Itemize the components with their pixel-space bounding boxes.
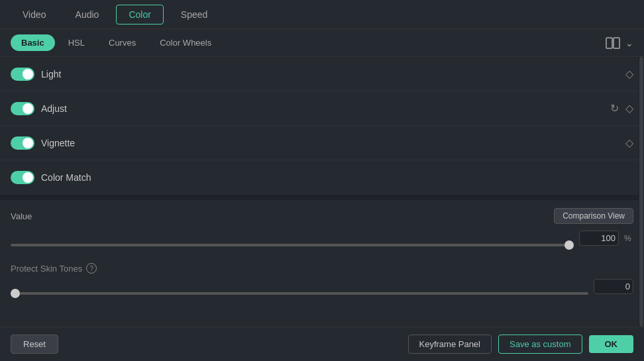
save-custom-button[interactable]: Save as custom xyxy=(498,335,582,354)
adjust-label: Adjust xyxy=(41,103,67,114)
value-slider-input[interactable] xyxy=(11,244,574,246)
adjust-diamond-icon[interactable]: ◇ xyxy=(625,102,633,115)
vignette-row-right: ◇ xyxy=(625,136,633,149)
value-slider-row: % xyxy=(11,231,633,246)
bottom-bar: Reset Keyframe Panel Save as custom OK xyxy=(0,327,644,361)
section-divider xyxy=(0,195,644,200)
vignette-label: Vignette xyxy=(41,138,75,148)
protect-label-row: Protect Skin Tones ? xyxy=(11,263,633,274)
subtab-basic[interactable]: Basic xyxy=(11,34,55,51)
protect-skin-tones-section: Protect Skin Tones ? xyxy=(0,260,644,311)
adjust-toggle[interactable] xyxy=(11,102,34,115)
protect-slider-row xyxy=(11,279,633,294)
color-match-toggle-wrap[interactable]: Color Match xyxy=(11,171,91,184)
adjust-row-right: ↻ ◇ xyxy=(610,102,633,115)
light-toggle[interactable] xyxy=(11,68,34,81)
color-match-label: Color Match xyxy=(41,172,91,183)
svg-rect-1 xyxy=(614,38,619,48)
comparison-view-button[interactable]: Comparison View xyxy=(554,208,633,224)
adjust-reset-icon[interactable]: ↻ xyxy=(610,102,619,115)
tab-color[interactable]: Color xyxy=(116,5,163,25)
sub-tab-list: Basic HSL Curves Color Wheels xyxy=(11,34,606,51)
compare-panels-icon xyxy=(606,37,620,49)
protect-slider-input[interactable] xyxy=(11,292,588,295)
value-slider-track-wrap xyxy=(11,237,574,240)
value-slider-header: Value Comparison View xyxy=(11,208,633,224)
subtab-curves[interactable]: Curves xyxy=(98,34,146,51)
light-diamond-icon[interactable]: ◇ xyxy=(625,68,633,80)
reset-button[interactable]: Reset xyxy=(11,335,58,354)
adjust-section-row: Adjust ↻ ◇ xyxy=(0,91,644,126)
value-input-field[interactable] xyxy=(579,231,619,246)
value-percent-label: % xyxy=(624,234,633,243)
expand-chevron-button[interactable]: ⌄ xyxy=(625,38,633,48)
main-content: Light ◇ Adjust ↻ ◇ Vignette ◇ Color Matc… xyxy=(0,57,644,327)
vignette-section-row: Vignette ◇ xyxy=(0,126,644,160)
vignette-toggle[interactable] xyxy=(11,136,34,150)
protect-input-field[interactable] xyxy=(594,279,633,294)
tab-video[interactable]: Video xyxy=(11,5,58,24)
protect-slider-track-wrap xyxy=(11,285,588,288)
subtab-color-wheels[interactable]: Color Wheels xyxy=(149,34,222,51)
compare-icon-button[interactable] xyxy=(606,37,620,49)
light-toggle-wrap[interactable]: Light xyxy=(11,68,61,81)
tab-audio[interactable]: Audio xyxy=(64,5,111,24)
protect-help-icon[interactable]: ? xyxy=(86,263,97,274)
top-tab-bar: Video Audio Color Speed xyxy=(0,0,644,29)
adjust-toggle-wrap[interactable]: Adjust xyxy=(11,102,67,115)
value-slider-section: Value Comparison View % xyxy=(0,200,644,260)
vignette-diamond-icon[interactable]: ◇ xyxy=(625,136,633,149)
svg-rect-0 xyxy=(606,38,612,48)
sub-tab-bar: Basic HSL Curves Color Wheels ⌄ xyxy=(0,29,644,57)
light-section-row: Light ◇ xyxy=(0,57,644,91)
color-match-section-row: Color Match xyxy=(0,160,644,195)
vignette-toggle-wrap[interactable]: Vignette xyxy=(11,136,75,150)
scroll-thumb xyxy=(639,57,643,327)
value-label: Value xyxy=(11,211,32,221)
sub-tab-right: ⌄ xyxy=(606,37,633,49)
protect-skin-tones-label: Protect Skin Tones xyxy=(11,264,82,274)
scrollbar[interactable] xyxy=(639,57,644,327)
subtab-hsl[interactable]: HSL xyxy=(58,34,95,51)
keyframe-panel-button[interactable]: Keyframe Panel xyxy=(408,335,492,354)
ok-button[interactable]: OK xyxy=(589,335,634,353)
light-row-right: ◇ xyxy=(625,68,633,80)
light-label: Light xyxy=(41,69,61,79)
color-match-toggle[interactable] xyxy=(11,171,34,184)
tab-speed[interactable]: Speed xyxy=(169,5,219,24)
